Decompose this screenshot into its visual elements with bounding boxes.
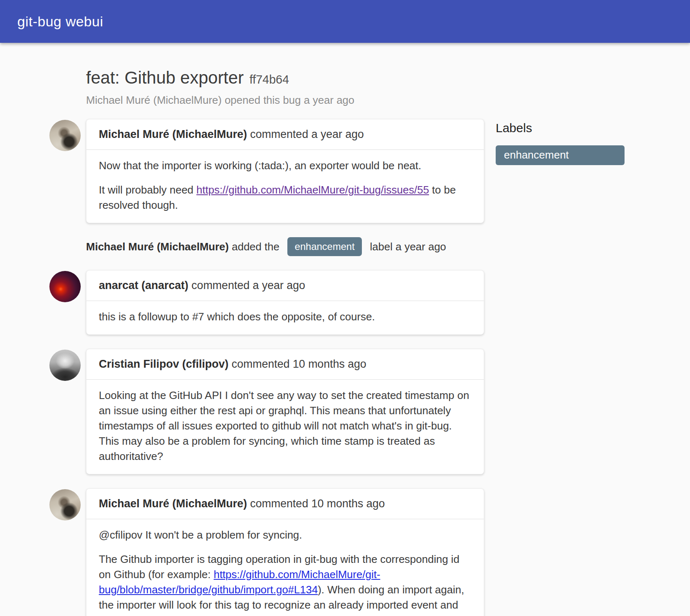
app-title[interactable]: git-bug webui [17,14,103,30]
comment-paragraph: this is a followup to #7 which does the … [99,309,471,324]
text-before-link: It will probably need [99,184,196,196]
comment-card: Cristian Filipov (cfilipov) commented 10… [86,349,484,474]
label-added-event: Michael Muré (MichaelMure) added the enh… [86,237,484,256]
comment-header: Cristian Filipov (cfilipov) commented 10… [86,349,484,380]
labels-heading: Labels [496,121,625,135]
page-content: feat: Github exporterff74b64 Michael Mur… [0,43,690,616]
comment-3: Cristian Filipov (cfilipov) commented 10… [49,349,484,474]
comment-1: Michael Muré (MichaelMure) commented a y… [49,119,484,223]
avatar-cfilipov [49,350,81,381]
event-text-after: label a year ago [367,240,446,253]
page-title: feat: Github exporterff74b64 [86,68,484,90]
event-author: Michael Muré (MichaelMure) [86,240,229,253]
label-chip-enhancement: enhancement [287,237,362,256]
labels-sidebar: Labels enhancement [496,66,625,616]
comment-paragraph: Now that the importer is working (:tada:… [99,158,471,173]
comment-meta: commented a year ago [247,128,364,140]
comment-paragraph: It will probably need https://github.com… [99,182,471,213]
comment-card: Michael Muré (MichaelMure) commented 10 … [86,488,484,616]
comment-4: Michael Muré (MichaelMure) commented 10 … [49,488,484,616]
comment-body: Now that the importer is working (:tada:… [86,150,484,223]
comment-author: Michael Muré (MichaelMure) [99,128,247,140]
comment-paragraph: Looking at the GitHub API I don't see an… [99,388,471,464]
comment-paragraph: @cfilipov It won't be a problem for sync… [99,527,471,543]
comment-body: @cfilipov It won't be a problem for sync… [86,519,484,616]
bug-title-text: feat: Github exporter [86,68,244,87]
comment-body: Looking at the GitHub API I don't see an… [86,380,484,474]
comment-2: anarcat (anarcat) commented a year ago t… [49,270,484,335]
avatar-anarcat [49,271,81,302]
bug-title-block: feat: Github exporterff74b64 Michael Mur… [86,68,484,107]
comment-meta: commented 10 months ago [228,358,366,370]
comment-meta: commented a year ago [189,279,305,292]
comment-meta: commented 10 months ago [247,497,385,510]
comment-author: anarcat (anarcat) [99,279,189,292]
bug-hash: ff74b64 [249,73,289,86]
comment-author: Michael Muré (MichaelMure) [99,497,247,510]
comment-header: Michael Muré (MichaelMure) commented a y… [86,119,484,150]
bug-thread-column: feat: Github exporterff74b64 Michael Mur… [49,66,484,616]
bug-subtitle: Michael Muré (MichaelMure) opened this b… [86,93,484,107]
label-chip-enhancement: enhancement [496,145,625,165]
comment-header: Michael Muré (MichaelMure) commented 10 … [86,489,484,519]
app-bar: git-bug webui [0,0,690,43]
event-text-before: added the [229,240,282,253]
comment-paragraph: The Github importer is tagging operation… [99,552,471,616]
comment-header: anarcat (anarcat) commented a year ago [86,271,484,301]
comment-card: Michael Muré (MichaelMure) commented a y… [86,119,484,223]
comment-card: anarcat (anarcat) commented a year ago t… [86,270,484,335]
comment-body: this is a followup to #7 which does the … [86,301,484,334]
comment-author: Cristian Filipov (cfilipov) [99,358,228,370]
issue-55-link[interactable]: https://github.com/MichaelMure/git-bug/i… [196,184,429,196]
avatar-michaelmure [49,120,81,151]
avatar-michaelmure [49,489,81,520]
